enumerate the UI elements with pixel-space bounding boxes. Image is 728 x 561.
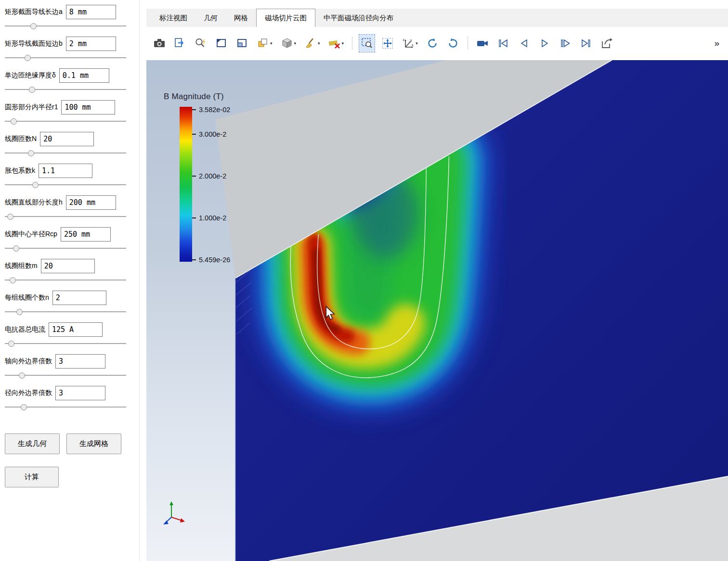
last-frame-button[interactable] bbox=[578, 34, 594, 52]
slider-r1[interactable] bbox=[5, 118, 126, 125]
tick-mark bbox=[192, 259, 196, 260]
tab-midplane-radial-distribution[interactable]: 中平面磁场沿径向分布 bbox=[315, 9, 402, 27]
tick-mark bbox=[192, 176, 196, 177]
skip-to-start-icon bbox=[497, 37, 509, 50]
generate-geometry-button[interactable]: 生成几何 bbox=[5, 434, 60, 454]
camera-icon bbox=[153, 37, 166, 50]
slider-m[interactable] bbox=[5, 277, 126, 283]
input-m[interactable] bbox=[41, 259, 95, 273]
slider-radial-mult[interactable] bbox=[5, 404, 126, 410]
step-forward-icon bbox=[559, 37, 572, 50]
skip-to-end-icon bbox=[580, 37, 592, 50]
ruler-delete-icon bbox=[328, 37, 341, 50]
input-a[interactable] bbox=[66, 5, 116, 19]
param-row: 矩形截面导线长边a bbox=[5, 5, 135, 29]
param-label-Rcp: 线圈中心半径Rcp bbox=[5, 230, 57, 239]
step-back-icon bbox=[518, 37, 530, 50]
slider-k[interactable] bbox=[5, 181, 126, 188]
next-frame-button[interactable] bbox=[557, 34, 573, 52]
tick-mark bbox=[192, 217, 196, 218]
input-delta[interactable] bbox=[59, 68, 109, 83]
tab-mesh[interactable]: 网格 bbox=[226, 9, 256, 27]
tab-annotated-view[interactable]: 标注视图 bbox=[151, 9, 195, 27]
param-label-a: 矩形截面导线长边a bbox=[5, 8, 63, 16]
slider-Rcp[interactable] bbox=[5, 245, 126, 252]
screenshot-button[interactable] bbox=[151, 34, 168, 52]
export-page-icon bbox=[174, 37, 186, 50]
render-viewport[interactable]: B Magnitude (T) 3.582e-02 3.000e-2 2.000… bbox=[146, 60, 728, 561]
tab-field-slice-contour[interactable]: 磁场切片云图 bbox=[256, 9, 315, 27]
clean-button[interactable]: ▾ bbox=[302, 34, 322, 52]
pan-button[interactable] bbox=[379, 34, 396, 52]
new-window-button[interactable] bbox=[213, 34, 230, 52]
rotate-ccw-button[interactable] bbox=[445, 34, 461, 52]
tab-geometry[interactable]: 几何 bbox=[195, 9, 226, 27]
export-image-button[interactable] bbox=[172, 34, 188, 52]
input-h[interactable] bbox=[66, 195, 116, 210]
param-label-delta: 单边匝绝缘厚度δ bbox=[5, 71, 56, 80]
input-current[interactable] bbox=[49, 322, 103, 337]
play-button[interactable] bbox=[536, 34, 553, 52]
parameter-sidebar: 矩形截面导线长边a 矩形导线截面短边b 单边匝绝缘厚度δ 圆形部分内半径r1 bbox=[0, 0, 140, 561]
tick-label-max: 3.582e-02 bbox=[199, 106, 230, 114]
svg-text:y: y bbox=[410, 38, 412, 42]
axes-button[interactable]: zyx▾ bbox=[400, 34, 420, 52]
param-row: 电抗器总电流 bbox=[5, 322, 135, 347]
param-label-k: 胀包系数k bbox=[5, 166, 35, 175]
input-k[interactable] bbox=[39, 164, 92, 178]
slider-current[interactable] bbox=[5, 340, 126, 347]
magnifier-spark-icon bbox=[195, 37, 207, 50]
compute-button[interactable]: 计算 bbox=[5, 467, 59, 487]
param-label-radial-mult: 径向外边界倍数 bbox=[5, 389, 52, 397]
dropdown-caret-icon: ▾ bbox=[270, 41, 273, 46]
export-scene-button[interactable] bbox=[598, 34, 615, 52]
toolbar-separator bbox=[352, 37, 352, 50]
slider-h[interactable] bbox=[5, 213, 126, 220]
input-N[interactable] bbox=[40, 132, 94, 146]
input-radial-mult[interactable] bbox=[55, 386, 105, 400]
input-r1[interactable] bbox=[61, 100, 115, 115]
rotate-clockwise-icon bbox=[426, 37, 439, 50]
colorbar-legend: B Magnitude (T) 3.582e-02 3.000e-2 2.000… bbox=[164, 92, 270, 262]
prev-frame-button[interactable] bbox=[516, 34, 532, 52]
copy-display-button[interactable]: ▾ bbox=[255, 34, 274, 52]
input-b[interactable] bbox=[66, 37, 116, 51]
param-label-m: 线圈组数m bbox=[5, 262, 38, 270]
first-frame-button[interactable] bbox=[495, 34, 511, 52]
rotate-cw-button[interactable] bbox=[424, 34, 441, 52]
param-row: 胀包系数k bbox=[5, 164, 135, 188]
tick-label-2e-2: 2.000e-2 bbox=[199, 172, 226, 180]
split-view-button[interactable] bbox=[234, 34, 250, 52]
cube-icon bbox=[281, 37, 293, 50]
input-n[interactable] bbox=[52, 291, 106, 305]
input-Rcp[interactable] bbox=[61, 227, 111, 242]
generate-mesh-button[interactable]: 生成网格 bbox=[66, 434, 121, 454]
zoom-probe-button[interactable] bbox=[193, 34, 209, 52]
broom-icon bbox=[304, 37, 317, 50]
dropdown-caret-icon: ▾ bbox=[416, 41, 418, 46]
axis-triad bbox=[163, 501, 185, 524]
toolbar-overflow[interactable]: » bbox=[714, 38, 723, 49]
main-area: 标注视图 几何 网格 磁场切片云图 中平面磁场沿径向分布 ▾ ▾ ▾ ▾ zyx… bbox=[140, 0, 728, 561]
representation-button[interactable]: ▾ bbox=[279, 34, 299, 52]
app-window: 矩形截面导线长边a 矩形导线截面短边b 单边匝绝缘厚度δ 圆形部分内半径r1 bbox=[0, 0, 728, 561]
input-axial-mult[interactable] bbox=[55, 354, 105, 369]
param-row: 线圈直线部分长度h bbox=[5, 195, 135, 220]
slider-axial-mult[interactable] bbox=[5, 372, 126, 379]
zoom-box-button[interactable] bbox=[359, 34, 375, 52]
slider-delta[interactable] bbox=[5, 86, 126, 93]
axes-xyz-icon: zyx bbox=[402, 37, 415, 50]
param-row: 每组线圈个数n bbox=[5, 291, 135, 315]
svg-text:z: z bbox=[403, 38, 405, 41]
split-window-icon bbox=[236, 37, 248, 50]
slider-n[interactable] bbox=[5, 308, 126, 315]
slider-a[interactable] bbox=[5, 23, 126, 29]
slider-b[interactable] bbox=[5, 54, 126, 61]
slider-N[interactable] bbox=[5, 150, 126, 156]
window-corner-icon bbox=[215, 37, 228, 50]
record-video-button[interactable] bbox=[474, 34, 491, 52]
param-label-r1: 圆形部分内半径r1 bbox=[5, 103, 58, 112]
share-export-icon bbox=[600, 37, 613, 50]
delete-measure-button[interactable]: ▾ bbox=[326, 34, 346, 52]
tick-label-1e-2: 1.000e-2 bbox=[199, 214, 226, 222]
